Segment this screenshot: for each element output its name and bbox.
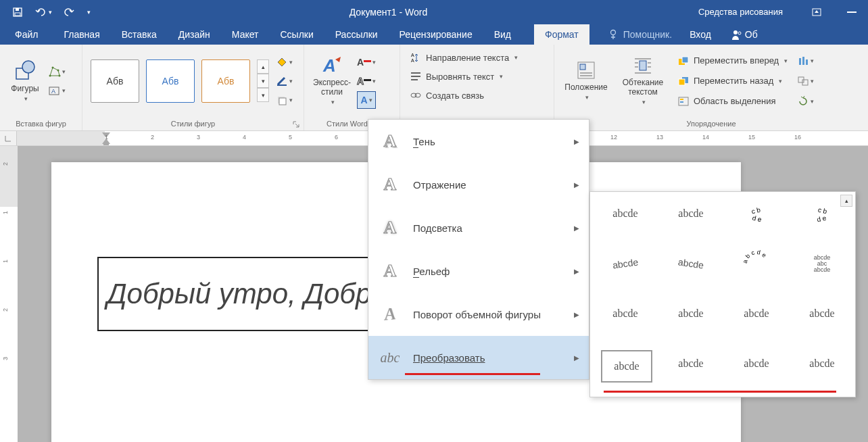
group-button[interactable]: ▾: [796, 72, 815, 90]
bevel-icon: A: [378, 259, 402, 283]
gallery-more-button[interactable]: ▾: [257, 88, 269, 102]
svg-text:A: A: [411, 53, 414, 57]
menu-3d-rotation[interactable]: A Поворот объемной фигуры ▶: [368, 293, 589, 336]
drawing-tools-tab-header: Средства рисования: [683, 0, 798, 24]
sign-in-button[interactable]: Вход: [677, 24, 723, 45]
gallery-scrollbar[interactable]: ▴: [840, 195, 852, 207]
tab-file[interactable]: Файл: [0, 24, 53, 45]
transform-option[interactable]: abcde: [667, 300, 715, 327]
transform-option[interactable]: abcde: [732, 350, 781, 377]
menu-reflection[interactable]: A Отражение ▶: [368, 163, 589, 206]
text-direction-label: Направление текста: [426, 53, 509, 63]
transform-option[interactable]: abcde: [798, 350, 846, 377]
text-fill-button[interactable]: A▾: [357, 53, 376, 71]
gallery-scroll-down[interactable]: ▾: [257, 74, 269, 88]
menu-shadow-label: ТТеньень: [413, 136, 563, 147]
text-outline-button[interactable]: A▾: [357, 72, 376, 90]
transform-option[interactable]: c bd e: [798, 200, 846, 227]
svg-point-7: [738, 32, 741, 34]
tab-mailings[interactable]: Рассылки: [324, 24, 389, 45]
shape-fill-button[interactable]: ▾: [274, 53, 293, 71]
tab-home[interactable]: Главная: [53, 24, 110, 45]
svg-rect-29: [580, 72, 592, 74]
menu-transform-label: Преобразовать: [413, 352, 563, 364]
share-button[interactable]: Об: [723, 24, 766, 45]
transform-option[interactable]: a b c d e: [732, 250, 781, 277]
send-backward-button[interactable]: Переместить назад▾: [673, 72, 792, 90]
gallery-scrollbar[interactable]: ▴ ▾ ▾: [257, 59, 269, 102]
transform-option[interactable]: abcde: [667, 200, 715, 227]
shape-style-gallery[interactable]: Абв Абв Абв: [88, 57, 253, 105]
transform-option[interactable]: abcde: [601, 200, 650, 227]
position-button[interactable]: Положение▾: [560, 51, 612, 111]
tab-references[interactable]: Ссылки: [269, 24, 324, 45]
window-title: Документ1 - Word: [93, 7, 683, 18]
scroll-up-button[interactable]: ▴: [840, 195, 852, 207]
redo-button[interactable]: [58, 3, 80, 22]
style-item-3[interactable]: Абв: [201, 59, 250, 103]
shape-effects-button[interactable]: ▾: [274, 91, 293, 109]
draw-textbox-button[interactable]: A▾: [47, 82, 66, 99]
save-button[interactable]: [7, 3, 28, 22]
undo-button[interactable]: ▾: [32, 3, 54, 22]
submenu-arrow-icon: ▶: [574, 311, 579, 318]
text-effects-button[interactable]: A▾: [357, 91, 376, 109]
position-label: Положение: [564, 82, 607, 92]
create-link-button[interactable]: Создать связь: [406, 87, 488, 104]
svg-rect-44: [680, 101, 683, 103]
menu-bevel[interactable]: A Рельеф ▶: [368, 249, 589, 293]
shape-outline-button[interactable]: ▾: [274, 72, 293, 90]
selection-pane-button[interactable]: Область выделения: [673, 93, 792, 110]
svg-text:c b: c b: [817, 206, 828, 216]
edit-shape-button[interactable]: ▾: [47, 63, 66, 80]
align-text-button[interactable]: Выровнять текст▾: [406, 68, 507, 85]
svg-rect-23: [411, 76, 420, 77]
insert-shapes-group-label: Вставка фигур: [0, 117, 82, 130]
minimize-button[interactable]: [836, 0, 868, 24]
tab-review[interactable]: Рецензирование: [389, 24, 483, 45]
transform-option[interactable]: abcde: [601, 250, 650, 277]
tab-view[interactable]: Вид: [483, 24, 522, 45]
tell-me-search[interactable]: Помощник.: [603, 24, 677, 45]
transform-option[interactable]: abcde: [667, 350, 715, 377]
glow-icon: A: [378, 216, 402, 240]
transform-gallery: ▴ abcde abcde c bd e c bd e abcde abcde …: [589, 191, 856, 397]
tab-insert[interactable]: Вставка: [111, 24, 168, 45]
transform-option[interactable]: abcde: [601, 300, 650, 327]
transform-option[interactable]: abcdeabcabcde: [798, 250, 846, 277]
menu-shadow[interactable]: A ТТеньень ▶: [368, 120, 589, 163]
ribbon-display-options[interactable]: [800, 0, 833, 24]
align-button[interactable]: ▾: [796, 52, 815, 70]
quick-access-toolbar: ▾ ▾: [0, 3, 93, 22]
shapes-button[interactable]: Фигуры ▾: [5, 51, 45, 111]
svg-rect-37: [635, 72, 651, 74]
tab-layout[interactable]: Макет: [221, 24, 270, 45]
transform-option[interactable]: c bd e: [732, 200, 781, 227]
ribbon-content: Фигуры ▾ ▾ A▾ Вставка фигур Абв Абв Абв …: [0, 45, 868, 131]
textbox-shape[interactable]: Добрый утро, Добрый: [97, 257, 402, 331]
textbox-content[interactable]: Добрый утро, Добрый: [107, 278, 402, 310]
qat-customize[interactable]: ▾: [84, 3, 93, 22]
text-effects-dropdown: A ТТеньень ▶ A Отражение ▶ A Подсветка ▶…: [368, 119, 589, 380]
vertical-ruler[interactable]: 21123: [0, 146, 18, 442]
bring-forward-button[interactable]: Переместить вперед▾: [673, 52, 792, 70]
tab-design[interactable]: Дизайн: [168, 24, 221, 45]
quick-styles-label: Экспресс-стили: [310, 78, 354, 97]
quick-styles-button[interactable]: A Экспресс-стили ▾: [310, 51, 354, 111]
menu-glow[interactable]: A Подсветка ▶: [368, 206, 589, 249]
gallery-scroll-up[interactable]: ▴: [257, 59, 269, 74]
wrap-text-button[interactable]: Обтекание текстом▾: [617, 51, 669, 111]
style-item-1[interactable]: Абв: [91, 59, 139, 103]
transform-option[interactable]: abcde: [667, 250, 715, 277]
wrap-text-label: Обтекание текстом: [617, 78, 669, 97]
tab-format[interactable]: Формат: [534, 24, 589, 45]
text-direction-button[interactable]: AA Направление текста▾: [406, 49, 522, 66]
transform-option[interactable]: abcde: [732, 300, 781, 327]
menu-transform[interactable]: abc Преобразовать ▶: [368, 336, 589, 379]
shape-styles-dialog-launcher[interactable]: [291, 120, 301, 129]
svg-rect-28: [580, 64, 585, 70]
transform-option[interactable]: abcde: [798, 300, 846, 327]
transform-option-selected[interactable]: abcde: [601, 350, 652, 383]
style-item-2[interactable]: Абв: [146, 59, 195, 103]
rotate-button[interactable]: ▾: [796, 93, 815, 110]
